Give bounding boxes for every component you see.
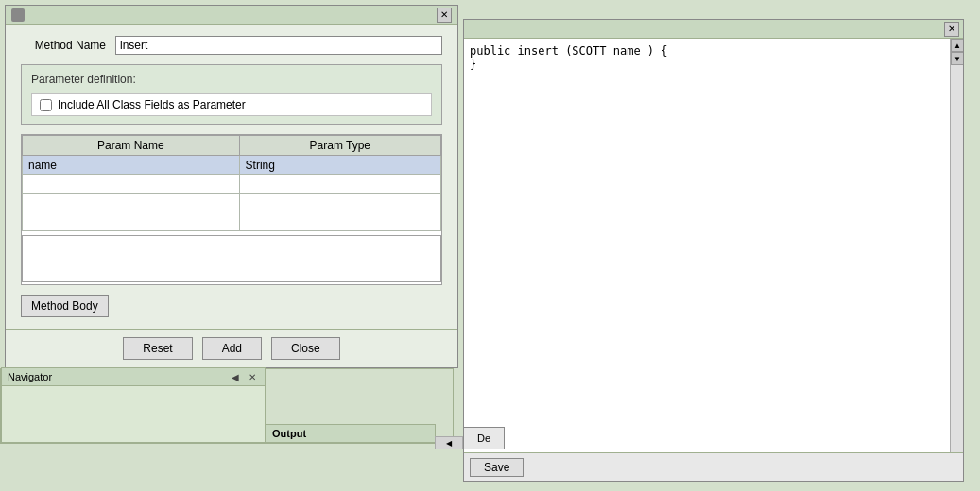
param-type-cell[interactable] — [239, 212, 440, 231]
scroll-down-btn[interactable]: ▼ — [951, 52, 963, 65]
method-body-button[interactable]: Method Body — [21, 295, 109, 317]
navigator-title: Navigator — [8, 371, 225, 382]
dialog-titlebar: ✕ — [6, 6, 457, 25]
method-name-input[interactable] — [115, 36, 442, 55]
param-type-cell[interactable]: String — [239, 156, 440, 175]
code-editor-close-btn[interactable]: ✕ — [944, 22, 959, 37]
navigator-panel: Navigator ◀ ✕ — [1, 367, 266, 443]
output-panel: Output — [266, 424, 436, 443]
close-button[interactable]: Close — [271, 337, 340, 360]
h-scrollbar[interactable]: ◀ — [435, 436, 463, 449]
param-name-cell[interactable]: name — [23, 156, 240, 175]
h-scroll-arrow: ◀ — [446, 439, 452, 448]
param-type-cell[interactable] — [239, 175, 440, 194]
bottom-panel: Navigator ◀ ✕ Output — [0, 368, 454, 444]
include-all-label: Include All Class Fields as Parameter — [58, 98, 246, 111]
dialog-content: Method Name Parameter definition: Includ… — [6, 25, 457, 329]
code-scrollbar[interactable]: ▲ ▼ — [950, 39, 963, 452]
notes-area — [22, 235, 441, 282]
param-name-cell[interactable] — [23, 212, 240, 231]
param-definition-group: Parameter definition: Include All Class … — [21, 64, 442, 125]
param-name-cell[interactable] — [23, 194, 240, 212]
code-area[interactable]: public insert (SCOTT name ) { } — [464, 39, 950, 452]
col2-header: Param Type — [239, 136, 440, 156]
include-all-checkbox[interactable] — [40, 99, 52, 111]
save-area: Save — [464, 452, 963, 481]
de-button[interactable]: De — [463, 427, 505, 449]
table-row — [23, 175, 441, 194]
add-button[interactable]: Add — [202, 337, 262, 360]
scroll-up-btn[interactable]: ▲ — [951, 39, 963, 52]
navigator-header: Navigator ◀ ✕ — [2, 368, 265, 386]
output-label: Output — [272, 428, 306, 439]
code-editor-window: ✕ public insert (SCOTT name ) { } ▲ ▼ Sa… — [463, 19, 964, 482]
table-row — [23, 212, 441, 231]
code-editor-inner: public insert (SCOTT name ) { } ▲ ▼ — [464, 39, 963, 452]
checkbox-row: Include All Class Fields as Parameter — [31, 93, 432, 116]
save-button[interactable]: Save — [470, 458, 524, 477]
param-type-cell[interactable] — [239, 194, 440, 212]
dialog-window: ✕ Method Name Parameter definition: Incl… — [5, 5, 458, 368]
method-name-label: Method Name — [21, 39, 106, 52]
code-editor-titlebar: ✕ — [464, 20, 963, 39]
navigator-pin-btn[interactable]: ◀ — [229, 370, 242, 383]
reset-button[interactable]: Reset — [123, 337, 192, 360]
param-name-cell[interactable] — [23, 175, 240, 194]
table-row: nameString — [23, 156, 441, 175]
dialog-close-btn[interactable]: ✕ — [437, 8, 452, 23]
navigator-close-btn[interactable]: ✕ — [246, 370, 259, 383]
param-group-label: Parameter definition: — [31, 73, 432, 86]
table-row — [23, 194, 441, 212]
dialog-title-icon — [11, 8, 25, 22]
method-name-row: Method Name — [21, 36, 442, 55]
param-table: Param Name Param Type nameString — [22, 135, 441, 231]
dialog-footer: Reset Add Close — [6, 329, 457, 367]
code-text: public insert (SCOTT name ) { } — [470, 44, 944, 71]
col1-header: Param Name — [23, 136, 240, 156]
param-table-container: Param Name Param Type nameString — [21, 134, 442, 285]
